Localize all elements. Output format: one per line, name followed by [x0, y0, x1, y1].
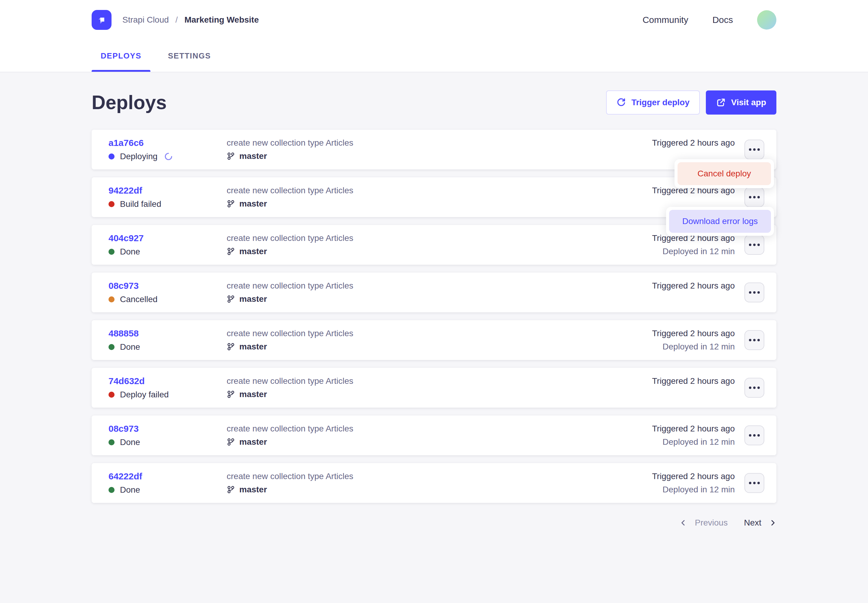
status-dot — [108, 344, 114, 350]
commit-hash-link[interactable]: a1a76c6 — [108, 138, 227, 148]
commit-hash-link[interactable]: 488858 — [108, 328, 227, 339]
deploy-details: create new collection type Articles mast… — [227, 472, 652, 495]
commit-hash-link[interactable]: 08c973 — [108, 424, 227, 434]
trigger-deploy-button[interactable]: Trigger deploy — [606, 90, 700, 114]
deploy-times: Triggered 2 hours ago Deployed in 12 min — [652, 329, 735, 351]
status-label: Done — [120, 342, 140, 352]
page-actions: Trigger deploy Visit app — [606, 90, 776, 114]
branch-name: master — [239, 199, 267, 209]
strapi-cloud-page: Strapi Cloud / Marketing Website Communi… — [0, 0, 868, 603]
deploy-row[interactable]: 488858 Done create new collection type A… — [92, 320, 776, 360]
branch-name: master — [239, 485, 267, 495]
branch-name: master — [239, 247, 267, 256]
row-menu-button[interactable] — [744, 235, 765, 255]
tab-settings[interactable]: SETTINGS — [159, 40, 220, 72]
commit-message: create new collection type Articles — [227, 186, 652, 195]
commit-message: create new collection type Articles — [227, 281, 652, 291]
commit-hash-link[interactable]: 404c927 — [108, 233, 227, 243]
deploy-details: create new collection type Articles mast… — [227, 424, 652, 447]
commit-hash-link[interactable]: 64222df — [108, 471, 227, 481]
refresh-icon — [616, 98, 626, 107]
deploy-status: Done — [108, 438, 227, 447]
commit-hash-link[interactable]: 94222df — [108, 186, 227, 196]
deploy-summary: 404c927 Done — [108, 233, 227, 257]
deploy-row[interactable]: a1a76c6 Deploying create new collection … — [92, 130, 776, 169]
git-branch-icon — [227, 485, 235, 494]
branch-name: master — [239, 294, 267, 304]
visit-app-label: Visit app — [731, 98, 766, 107]
row-menu-button[interactable] — [744, 283, 765, 302]
deployed-duration: Deployed in 12 min — [652, 485, 735, 495]
spinner-icon — [164, 152, 173, 161]
git-branch-icon — [227, 247, 235, 256]
status-label: Done — [120, 438, 140, 447]
status-label: Build failed — [120, 199, 161, 209]
branch: master — [227, 390, 652, 399]
deploy-row[interactable]: 74d632d Deploy failed create new collect… — [92, 368, 776, 408]
triggered-time: Triggered 2 hours ago — [652, 472, 735, 481]
deploy-status: Done — [108, 342, 227, 352]
status-dot — [108, 296, 114, 302]
deployed-duration: Deployed in 12 min — [652, 342, 735, 351]
git-branch-icon — [227, 199, 235, 208]
deploy-times: Triggered 2 hours ago — [652, 376, 735, 399]
deploy-details: create new collection type Articles mast… — [227, 233, 652, 256]
status-dot — [108, 392, 114, 398]
strapi-logo-glyph — [95, 13, 108, 26]
cancel-deploy-menu-item[interactable]: Cancel deploy — [678, 162, 771, 185]
branch: master — [227, 437, 652, 447]
deploy-list: a1a76c6 Deploying create new collection … — [92, 130, 776, 503]
previous-page-button[interactable]: Previous — [695, 518, 727, 527]
branch-name: master — [239, 152, 267, 161]
row-menu-button[interactable] — [744, 425, 765, 445]
strapi-logo[interactable] — [92, 10, 111, 30]
row-menu-popover: Download error logs — [666, 207, 774, 236]
deploy-summary: 08c973 Done — [108, 424, 227, 447]
docs-link[interactable]: Docs — [712, 15, 733, 25]
visit-app-button[interactable]: Visit app — [706, 90, 776, 114]
deploy-details: create new collection type Articles mast… — [227, 186, 652, 209]
next-page-button[interactable]: Next — [744, 518, 761, 527]
row-menu-button[interactable] — [744, 187, 765, 207]
deploy-status: Cancelled — [108, 295, 227, 304]
breadcrumb-root[interactable]: Strapi Cloud — [122, 15, 169, 25]
download-error-logs-menu-item[interactable]: Download error logs — [669, 210, 771, 233]
branch-name: master — [239, 342, 267, 351]
deploy-summary: 488858 Done — [108, 328, 227, 352]
triggered-time: Triggered 2 hours ago — [652, 138, 735, 148]
header-top: Strapi Cloud / Marketing Website Communi… — [0, 0, 868, 40]
git-branch-icon — [227, 295, 235, 303]
commit-hash-link[interactable]: 74d632d — [108, 376, 227, 386]
deploy-details: create new collection type Articles mast… — [227, 138, 652, 161]
status-dot — [108, 153, 114, 159]
commit-message: create new collection type Articles — [227, 329, 652, 338]
status-dot — [108, 249, 114, 255]
deploy-times: Triggered 2 hours ago — [652, 186, 735, 209]
deploy-summary: 74d632d Deploy failed — [108, 376, 227, 399]
deploy-status: Deploy failed — [108, 390, 227, 399]
commit-message: create new collection type Articles — [227, 138, 652, 148]
chevron-left-icon[interactable] — [680, 519, 687, 526]
deploy-row[interactable]: 08c973 Done create new collection type A… — [92, 416, 776, 455]
avatar[interactable] — [757, 10, 776, 29]
deployed-duration — [652, 294, 735, 304]
deploy-details: create new collection type Articles mast… — [227, 281, 652, 304]
commit-message: create new collection type Articles — [227, 376, 652, 386]
deploy-row[interactable]: 64222df Done create new collection type … — [92, 463, 776, 503]
deploy-summary: 08c973 Cancelled — [108, 281, 227, 304]
branch: master — [227, 485, 652, 495]
commit-hash-link[interactable]: 08c973 — [108, 281, 227, 291]
chevron-right-icon[interactable] — [769, 519, 776, 526]
row-menu-button[interactable] — [744, 330, 765, 350]
breadcrumb: Strapi Cloud / Marketing Website — [122, 15, 259, 25]
branch-name: master — [239, 437, 267, 447]
tab-deploys[interactable]: DEPLOYS — [92, 40, 150, 72]
row-menu-button[interactable] — [744, 139, 765, 159]
row-menu-button[interactable] — [744, 473, 765, 493]
community-link[interactable]: Community — [643, 15, 688, 25]
row-menu-button[interactable] — [744, 378, 765, 398]
branch: master — [227, 247, 652, 256]
deploy-times: Triggered 2 hours ago — [652, 281, 735, 304]
deploy-row[interactable]: 08c973 Cancelled create new collection t… — [92, 272, 776, 312]
deploy-status: Done — [108, 247, 227, 257]
